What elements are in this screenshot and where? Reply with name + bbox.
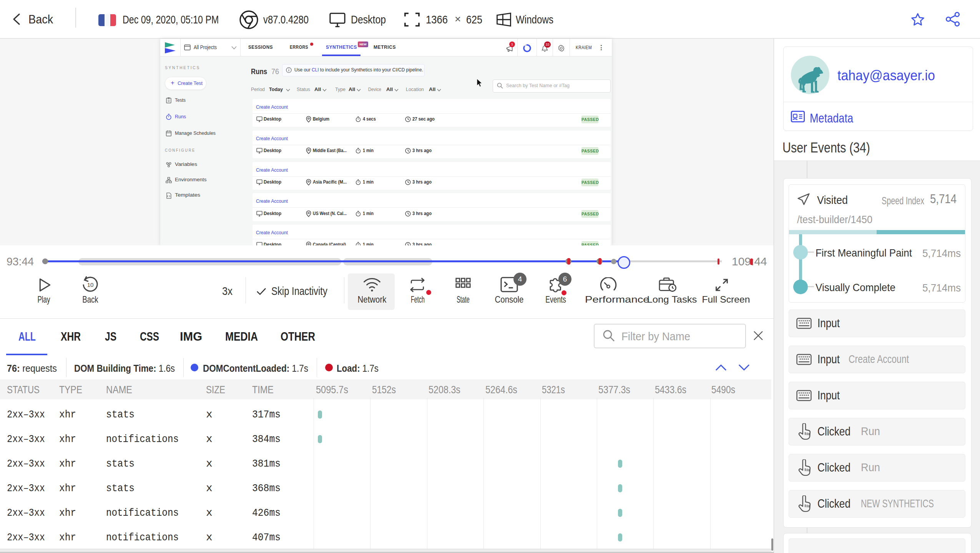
svg-text:10: 10	[87, 281, 94, 288]
